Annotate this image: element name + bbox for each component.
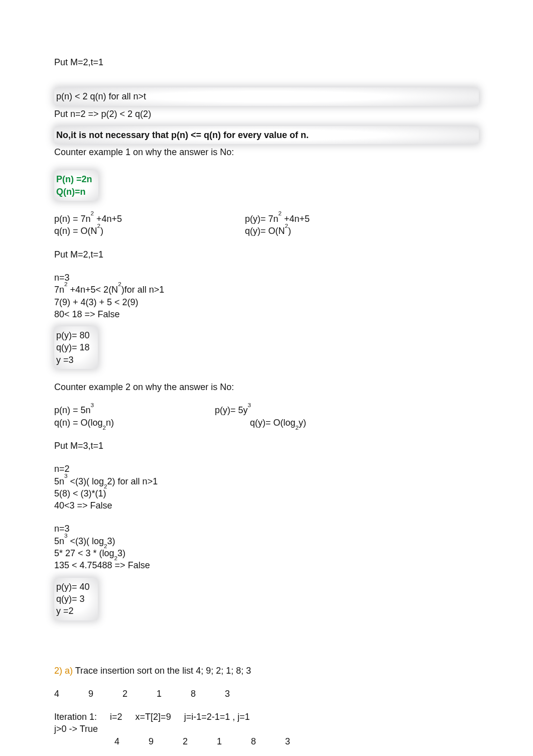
- line-put-m2t1: Put M=2,t=1: [54, 56, 479, 68]
- line-put-m3t1: Put M=3,t=1: [54, 440, 479, 452]
- line-py-80: p(y)= 80: [56, 329, 90, 341]
- arr1-cell: 3: [225, 688, 235, 700]
- line-qn-n: Q(n)=n: [56, 186, 92, 198]
- line-pn-2n: P(n) =2n: [56, 173, 92, 185]
- arr2-cell: 1: [217, 735, 227, 747]
- line-qy-18: q(y)= 18: [56, 341, 90, 353]
- eq-qy-olog2y: q(y)= O(log2y): [250, 417, 306, 429]
- line-7n2-4n-5: 7n2 +4n+5< 2(N2)for all n>1: [54, 284, 479, 296]
- line-py-40: p(y)= 40: [56, 581, 90, 593]
- arr1-cell: 9: [88, 688, 98, 700]
- line-no-necessary: No,it is not necessary that p(n) <= q(n)…: [56, 129, 474, 141]
- highlighted-block-1: p(n) < 2 q(n) for all n>t: [54, 87, 479, 105]
- iter1-label: Iteration 1:: [54, 711, 97, 723]
- line-qy-3: q(y)= 3: [56, 593, 90, 605]
- arr2-cell: 4: [114, 735, 124, 747]
- arr1-cell: 8: [191, 688, 201, 700]
- line-counterexample1: Counter example 1 on why the answer is N…: [54, 146, 479, 158]
- arr1-cell: 2: [122, 688, 132, 700]
- line-pn-lt-2qn: p(n) < 2 q(n) for all n>t: [56, 90, 474, 102]
- question-2a: 2) a) Trace insertion sort on the list 4…: [54, 665, 479, 677]
- highlighted-block-3: P(n) =2n Q(n)=n: [54, 170, 98, 201]
- highlighted-block-5: p(y)= 40 q(y)= 3 y =2: [54, 578, 98, 620]
- line-j-gt-0-true: j>0 -> True: [54, 723, 479, 735]
- iter1-x: x=T[2]=9: [136, 711, 171, 723]
- question-2a-label: 2) a): [54, 666, 73, 676]
- line-counterexample2: Counter example 2 on why the answer is N…: [54, 381, 479, 393]
- arr2-cell: 3: [285, 735, 295, 747]
- eq-qn-on2: q(n) = O(N2): [54, 225, 185, 237]
- line-5-27-lt: 5* 27 < 3 * (log23): [54, 547, 479, 559]
- eq-qn-olog2n: q(n) = O(log2n): [54, 417, 155, 429]
- two-column-eqs-2b: q(n) = O(log2n) q(y)= O(log2y): [54, 417, 479, 429]
- arr2-cell: 9: [149, 735, 159, 747]
- arr2-cell: 8: [251, 735, 261, 747]
- line-put-m2t1-b: Put M=2,t=1: [54, 248, 479, 261]
- eq-pn-5n3: p(n) = 5n3: [54, 404, 155, 416]
- highlighted-block-4: p(y)= 80 q(y)= 18 y =3: [54, 326, 98, 369]
- line-n2: n=2: [54, 463, 479, 475]
- eq-qy-on2: q(y)= O(N2): [245, 225, 479, 237]
- eq-pn-7n2: p(n) = 7n2 +4n+5: [54, 213, 185, 225]
- array-row-1: 4 9 2 1 8 3: [54, 688, 479, 700]
- arr1-cell: 4: [54, 688, 64, 700]
- line-40-lt-3-false: 40<3 => False: [54, 499, 479, 512]
- question-2a-text: Trace insertion sort on the list 4; 9; 2…: [73, 666, 251, 676]
- line-y-3: y =3: [56, 354, 90, 366]
- two-column-eqs-1: p(n) = 7n2 +4n+5 q(n) = O(N2) p(y)= 7n2 …: [54, 213, 479, 237]
- line-80-lt-18-false: 80< 18 => False: [54, 308, 479, 320]
- line-135-lt-false: 135 < 4.75488 => False: [54, 559, 479, 571]
- iteration-1-line: Iteration 1: i=2 x=T[2]=9 j=i-1=2-1=1 , …: [54, 711, 479, 723]
- arr2-cell: 2: [183, 735, 193, 747]
- line-put-n2: Put n=2 => p(2) < 2 q(2): [54, 108, 479, 120]
- line-5-8-lt-3-1: 5(8) < (3)*(1): [54, 487, 479, 499]
- line-y-2: y =2: [56, 605, 90, 617]
- line-7-9-4-3-5: 7(9) + 4(3) + 5 < 2(9): [54, 296, 479, 308]
- eq-py-7n2: p(y)= 7n2 +4n+5: [245, 213, 479, 225]
- document-page: Put M=2,t=1 p(n) < 2 q(n) for all n>t Pu…: [0, 0, 533, 756]
- arr1-cell: 1: [157, 688, 167, 700]
- line-5n3-lt: 5n3 <(3)( log22) for all n>1: [54, 475, 479, 487]
- highlighted-block-2: No,it is not necessary that p(n) <= q(n)…: [54, 126, 479, 144]
- two-column-eqs-2a: p(n) = 5n3 p(y)= 5y3: [54, 404, 479, 416]
- iter1-j: j=i-1=2-1=1 , j=1: [184, 711, 250, 723]
- eq-py-5y3: p(y)= 5y3: [215, 404, 251, 416]
- array-row-2: 4 9 2 1 8 3: [114, 735, 479, 747]
- line-5n3-lt-log3: 5n3 <(3)( log23): [54, 535, 479, 547]
- iter1-i: i=2: [110, 711, 122, 723]
- line-n3-b: n=3: [54, 523, 479, 535]
